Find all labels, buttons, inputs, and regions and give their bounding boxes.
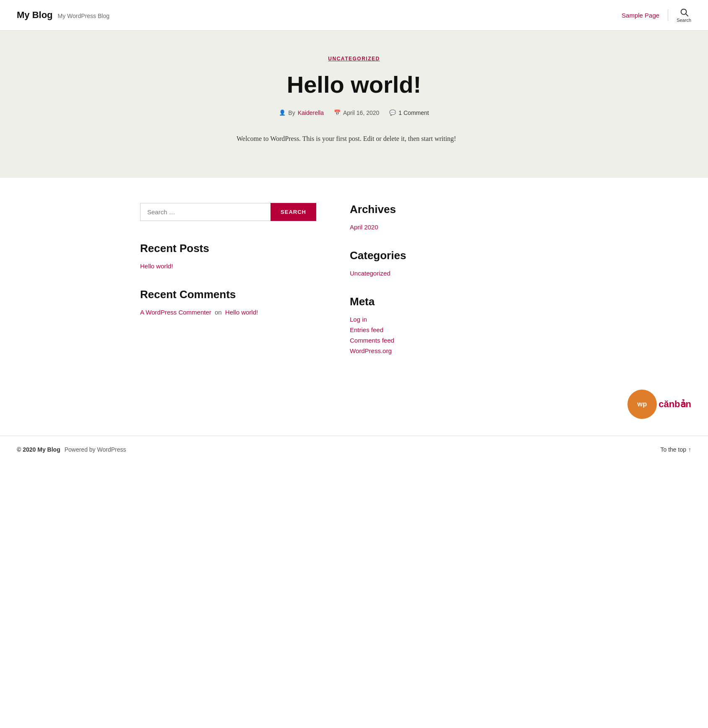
- site-title: My Blog: [17, 10, 53, 21]
- search-icon-label: Search: [677, 18, 691, 23]
- categories-widget: Categories Uncategorized: [350, 249, 568, 277]
- site-header: My Blog My WordPress Blog Sample Page Se…: [0, 0, 708, 31]
- archives-title: Archives: [350, 203, 568, 216]
- search-input[interactable]: [140, 203, 271, 221]
- meta-login-link[interactable]: Log in: [350, 316, 568, 323]
- comment-item: A WordPress Commenter on Hello world!: [140, 309, 316, 316]
- post-meta: 👤 By Kaiderella 📅 April 16, 2020 💬 1 Com…: [17, 109, 691, 116]
- post-category-link[interactable]: UNCATEGORIZED: [17, 56, 691, 62]
- comment-post-link[interactable]: Hello world!: [225, 309, 258, 316]
- to-top-text: To the top: [661, 446, 687, 453]
- recent-posts-widget: Recent Posts Hello world!: [140, 242, 316, 270]
- wp-canban-logo: wp cănbản: [627, 390, 691, 419]
- site-description: My WordPress Blog: [58, 13, 109, 19]
- meta-wordpress-link[interactable]: WordPress.org: [350, 347, 568, 354]
- sidebar-left: SEARCH Recent Posts Hello world! Recent …: [140, 203, 316, 373]
- post-date-meta: 📅 April 16, 2020: [334, 109, 379, 116]
- wp-logo-text: cănbản: [659, 399, 691, 410]
- wp-logo-badge: wp: [627, 390, 657, 419]
- post-content: Welcome to WordPress. This is your first…: [237, 133, 471, 144]
- footer-copyright: © 2020 My Blog: [17, 446, 60, 453]
- header-search-button[interactable]: Search: [677, 8, 691, 23]
- site-branding: My Blog My WordPress Blog: [17, 10, 109, 21]
- footer-left: © 2020 My Blog Powered by WordPress: [17, 446, 126, 453]
- meta-comments-feed-link[interactable]: Comments feed: [350, 337, 568, 344]
- meta-title: Meta: [350, 295, 568, 308]
- post-body: Welcome to WordPress. This is your first…: [237, 133, 471, 144]
- comment-author-link[interactable]: A WordPress Commenter: [140, 309, 211, 316]
- archive-link[interactable]: April 2020: [350, 224, 568, 231]
- footer-powered-by: Powered by WordPress: [65, 446, 126, 453]
- wp-badge-text: wp: [638, 400, 647, 408]
- header-nav: Sample Page Search: [622, 8, 691, 23]
- recent-post-link[interactable]: Hello world!: [140, 263, 316, 270]
- post-title: Hello world!: [17, 72, 691, 98]
- author-icon: 👤: [279, 109, 286, 116]
- meta-entries-feed-link[interactable]: Entries feed: [350, 326, 568, 333]
- search-button[interactable]: SEARCH: [271, 203, 316, 221]
- search-widget: SEARCH: [140, 203, 316, 221]
- post-author-link[interactable]: Kaiderella: [298, 109, 324, 116]
- post-hero: UNCATEGORIZED Hello world! 👤 By Kaiderel…: [0, 31, 708, 178]
- header-divider: [668, 9, 668, 21]
- site-footer: © 2020 My Blog Powered by WordPress To t…: [0, 436, 708, 463]
- search-icon: [679, 8, 689, 17]
- categories-title: Categories: [350, 249, 568, 262]
- comment-on-text: on: [215, 309, 222, 316]
- sidebar-right: Archives April 2020 Categories Uncategor…: [350, 203, 568, 373]
- to-top-arrow: ↑: [688, 446, 691, 453]
- recent-posts-title: Recent Posts: [140, 242, 316, 255]
- recent-comments-title: Recent Comments: [140, 288, 316, 301]
- wp-logo-canban: cănbản: [659, 399, 691, 409]
- sample-page-link[interactable]: Sample Page: [622, 12, 659, 19]
- post-author-meta: 👤 By Kaiderella: [279, 109, 324, 116]
- post-by-label: By: [288, 109, 295, 116]
- calendar-icon: 📅: [334, 109, 341, 116]
- post-comments-meta: 💬 1 Comment: [389, 109, 429, 116]
- category-link[interactable]: Uncategorized: [350, 270, 568, 277]
- svg-line-1: [686, 14, 688, 16]
- to-top-link[interactable]: To the top ↑: [661, 446, 692, 453]
- archives-widget: Archives April 2020: [350, 203, 568, 231]
- post-date: April 16, 2020: [343, 109, 379, 116]
- comment-icon: 💬: [389, 109, 396, 116]
- recent-comments-widget: Recent Comments A WordPress Commenter on…: [140, 288, 316, 316]
- main-content: SEARCH Recent Posts Hello world! Recent …: [123, 178, 585, 390]
- meta-widget: Meta Log in Entries feed Comments feed W…: [350, 295, 568, 354]
- wp-canban-section: wp cănbản: [0, 390, 708, 427]
- footer-to-top: To the top ↑: [661, 446, 692, 453]
- post-comments-link[interactable]: 1 Comment: [398, 109, 429, 116]
